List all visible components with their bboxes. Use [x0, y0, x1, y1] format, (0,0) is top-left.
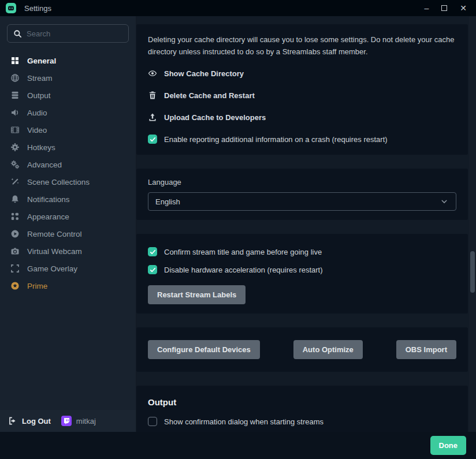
language-card: Language English — [136, 169, 468, 220]
sidebar-item-label: Video — [27, 126, 47, 135]
sidebar-item-label: Stream — [27, 74, 53, 83]
footer-bar: Done — [0, 432, 476, 459]
username: mitkaj — [76, 417, 96, 426]
cache-warning-text: Deleting your cache directory will cause… — [148, 33, 456, 58]
chevron-down-icon — [440, 197, 449, 206]
gear-icon — [10, 143, 20, 152]
sidebar-item-video[interactable]: Video — [0, 121, 136, 139]
sidebar-footer: Log Out mitkaj — [0, 410, 136, 432]
search-input[interactable] — [27, 29, 122, 38]
trash-icon — [148, 91, 157, 100]
output-card: Output Show confirmation dialog when sta… — [136, 386, 468, 432]
upload-cache-button[interactable]: Upload Cache to Developers — [148, 111, 456, 124]
configure-default-devices-button[interactable]: Configure Default Devices — [148, 340, 260, 359]
sidebar-item-label: Notifications — [27, 195, 70, 204]
sidebar-item-remote-control[interactable]: Remote Control — [0, 225, 136, 242]
sidebar-item-label: General — [27, 57, 56, 65]
scrollbar-thumb[interactable] — [470, 251, 475, 293]
search-icon — [13, 29, 22, 38]
layers-icon — [10, 91, 20, 100]
sidebar-item-label: Prime — [27, 282, 47, 290]
window-title: Settings — [24, 4, 51, 13]
obs-import-button[interactable]: OBS Import — [396, 340, 456, 359]
action-label: Show Cache Directory — [164, 69, 244, 78]
restart-stream-labels-button[interactable]: Restart Stream Labels — [148, 285, 246, 304]
search-box[interactable] — [7, 24, 129, 43]
settings-content: Deleting your cache directory will cause… — [136, 16, 476, 432]
sidebar-item-label: Advanced — [27, 161, 62, 169]
auto-optimize-button[interactable]: Auto Optimize — [293, 340, 363, 359]
sidebar-menu: General Stream Output Audio Video Hotkey… — [0, 48, 136, 294]
crash-report-checkbox-row[interactable]: Enable reporting additional information … — [148, 133, 456, 145]
title-bar: Settings – ✕ — [0, 0, 476, 16]
sidebar-item-game-overlay[interactable]: Game Overlay — [0, 260, 136, 277]
checkbox-label: Show confirmation dialog when starting s… — [164, 417, 323, 426]
film-icon — [10, 125, 20, 135]
tools-card: Configure Default Devices Auto Optimize … — [136, 327, 468, 372]
sidebar-item-general[interactable]: General — [0, 52, 136, 69]
sidebar-item-hotkeys[interactable]: Hotkeys — [0, 139, 136, 156]
disable-hw-accel-checkbox-row[interactable]: Disable hardware acceleration (requires … — [148, 263, 456, 276]
streamlabs-app-icon — [6, 3, 16, 13]
logout-icon — [8, 416, 17, 426]
grid-icon — [10, 56, 20, 65]
sidebar-item-label: Virtual Webcam — [27, 247, 82, 256]
language-select[interactable]: English — [148, 192, 456, 211]
corners-icon — [10, 264, 20, 273]
sidebar-item-stream[interactable]: Stream — [0, 69, 136, 87]
action-label: Upload Cache to Developers — [164, 113, 266, 122]
checkbox-label: Confirm stream title and game before goi… — [164, 248, 322, 256]
sidebar-item-label: Hotkeys — [27, 143, 55, 152]
sidebar-item-appearance[interactable]: Appearance — [0, 208, 136, 225]
camera-icon — [10, 247, 20, 256]
output-section-heading: Output — [148, 397, 456, 407]
checkbox-checked-icon[interactable] — [148, 265, 157, 274]
checkbox-label: Enable reporting additional information … — [164, 135, 388, 144]
checkbox-label: Disable hardware acceleration (requires … — [164, 266, 323, 274]
logged-in-user[interactable]: mitkaj — [61, 416, 96, 426]
close-icon[interactable]: ✕ — [460, 4, 467, 12]
confirm-title-checkbox-row[interactable]: Confirm stream title and game before goi… — [148, 245, 456, 258]
tiles-icon — [10, 212, 20, 221]
checkbox-unchecked-icon[interactable] — [148, 417, 157, 426]
general-options-card: Confirm stream title and game before goi… — [136, 234, 468, 314]
sidebar-item-prime[interactable]: Prime — [0, 277, 136, 294]
show-cache-directory-button[interactable]: Show Cache Directory — [148, 67, 456, 80]
sidebar-item-scene-collections[interactable]: Scene Collections — [0, 173, 136, 191]
logout-button[interactable]: Log Out — [8, 416, 51, 426]
globe-icon — [10, 73, 20, 83]
sidebar-item-label: Output — [27, 91, 51, 100]
cache-card: Deleting your cache directory will cause… — [136, 24, 468, 155]
settings-sidebar: General Stream Output Audio Video Hotkey… — [0, 16, 136, 432]
sidebar-item-label: Appearance — [27, 212, 69, 221]
sidebar-item-label: Game Overlay — [27, 264, 77, 273]
checkbox-checked-icon[interactable] — [148, 135, 157, 144]
upload-icon — [148, 113, 157, 122]
sidebar-item-output[interactable]: Output — [0, 87, 136, 104]
sidebar-item-label: Remote Control — [27, 230, 82, 238]
sidebar-item-label: Scene Collections — [27, 178, 90, 186]
scrollbar-track[interactable] — [469, 16, 476, 432]
sidebar-item-audio[interactable]: Audio — [0, 104, 136, 121]
twitch-icon — [61, 416, 72, 426]
sidebar-item-label: Audio — [27, 109, 47, 117]
delete-cache-button[interactable]: Delete Cache and Restart — [148, 89, 456, 102]
prime-icon — [10, 281, 20, 290]
sidebar-item-virtual-webcam[interactable]: Virtual Webcam — [0, 242, 136, 260]
eye-icon — [148, 69, 157, 78]
done-button[interactable]: Done — [430, 436, 467, 455]
sidebar-item-advanced[interactable]: Advanced — [0, 156, 136, 173]
play-circle-icon — [10, 229, 20, 238]
language-selected-value: English — [155, 197, 180, 206]
speaker-icon — [10, 108, 20, 117]
show-confirmation-checkbox-row[interactable]: Show confirmation dialog when starting s… — [148, 415, 456, 428]
bell-icon — [10, 195, 20, 204]
maximize-icon[interactable] — [441, 5, 447, 11]
checkbox-checked-icon[interactable] — [148, 247, 157, 256]
minimize-icon[interactable]: – — [424, 4, 429, 12]
gears-icon — [10, 160, 20, 169]
sidebar-item-notifications[interactable]: Notifications — [0, 191, 136, 208]
logout-label: Log Out — [22, 417, 51, 426]
language-label: Language — [148, 178, 456, 186]
action-label: Delete Cache and Restart — [164, 91, 255, 100]
